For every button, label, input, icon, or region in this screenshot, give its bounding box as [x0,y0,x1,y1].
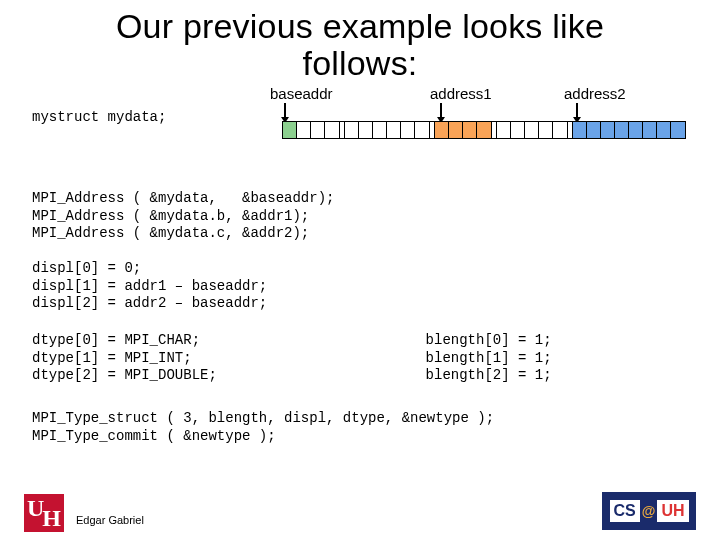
memory-cell [373,122,387,138]
memory-cell [525,122,539,138]
label-baseaddr: baseaddr [270,85,333,102]
memory-cell [497,122,511,138]
label-address1: address1 [430,85,492,102]
arrow-address1 [440,103,442,117]
memory-cell [325,122,339,138]
code-dtypes: dtype[0] = MPI_CHAR; dtype[1] = MPI_INT;… [32,332,217,385]
code-mpi-address: MPI_Address ( &mydata, &baseaddr); MPI_A… [32,190,334,243]
memory-cell [387,122,401,138]
memory-cell [311,122,325,138]
memory-cell [511,122,525,138]
memory-cell [629,122,643,138]
memory-seg-pad2 [496,121,568,139]
struct-declaration: mystruct mydata; [32,109,166,125]
label-address2: address2 [564,85,626,102]
memory-cell [297,122,311,138]
memory-cell [553,122,567,138]
memory-layout [282,121,686,139]
memory-cell [435,122,449,138]
memory-seg-pad [344,121,430,139]
memory-cell [359,122,373,138]
arrow-address2 [576,103,578,117]
title-line1: Our previous example looks like [116,7,604,45]
slide-title: Our previous example looks like follows: [0,0,720,83]
uh-logo-h: H [42,505,61,532]
logo-at-text: @ [640,503,658,519]
memory-seg-char [282,121,340,139]
logo-cs-text: CS [610,500,640,522]
code-blengths: blength[0] = 1; blength[1] = 1; blength[… [392,332,552,385]
memory-cell [615,122,629,138]
memory-cell [657,122,671,138]
uh-logo: U H [24,494,64,532]
memory-cell [587,122,601,138]
cs-at-uh-logo: CS@UH [602,492,696,530]
memory-cell [477,122,491,138]
code-displacements: displ[0] = 0; displ[1] = addr1 – baseadd… [32,260,267,313]
memory-cell [539,122,553,138]
arrow-baseaddr [284,103,286,117]
author-name: Edgar Gabriel [76,514,144,526]
memory-seg-int [434,121,492,139]
title-line2: follows: [303,44,418,82]
memory-cell [463,122,477,138]
memory-cell [601,122,615,138]
memory-cell [671,122,685,138]
memory-cell [643,122,657,138]
memory-cell [573,122,587,138]
memory-cell [449,122,463,138]
memory-cell [345,122,359,138]
memory-cell [401,122,415,138]
memory-cell [415,122,429,138]
code-type-struct: MPI_Type_struct ( 3, blength, displ, dty… [32,410,494,445]
memory-cell [283,122,297,138]
logo-uh-text: UH [657,500,688,522]
memory-seg-double [572,121,686,139]
